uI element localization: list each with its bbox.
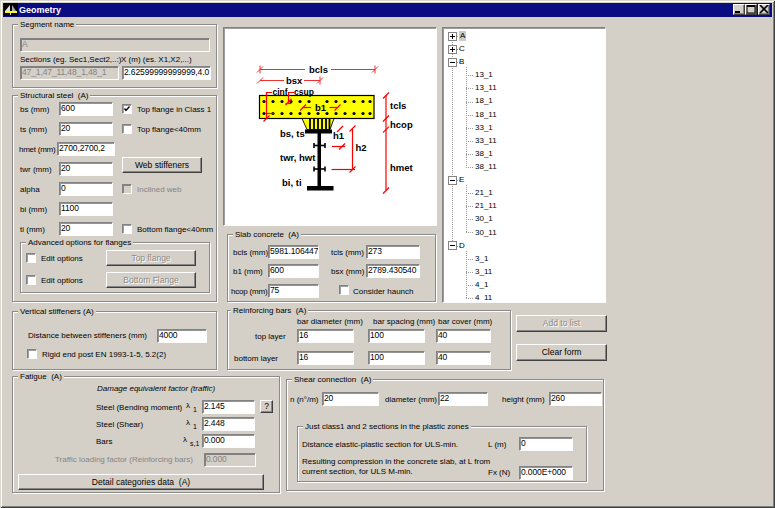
svg-text:bcls: bcls xyxy=(309,64,328,75)
svg-text:twr, hwt: twr, hwt xyxy=(280,152,316,163)
svg-text:hcop: hcop xyxy=(390,119,413,130)
svg-text:hmet: hmet xyxy=(390,162,414,173)
svg-text:h1: h1 xyxy=(333,130,345,141)
svg-text:tcls: tcls xyxy=(390,100,406,111)
svg-text:bsx: bsx xyxy=(286,75,303,86)
svg-text:b1: b1 xyxy=(315,102,327,113)
svg-text:bs, ts: bs, ts xyxy=(280,128,305,139)
svg-text:cinf: cinf xyxy=(273,87,288,97)
svg-text:csup: csup xyxy=(294,87,314,97)
svg-text:bi, ti: bi, ti xyxy=(282,177,302,188)
svg-text:h2: h2 xyxy=(356,142,367,153)
